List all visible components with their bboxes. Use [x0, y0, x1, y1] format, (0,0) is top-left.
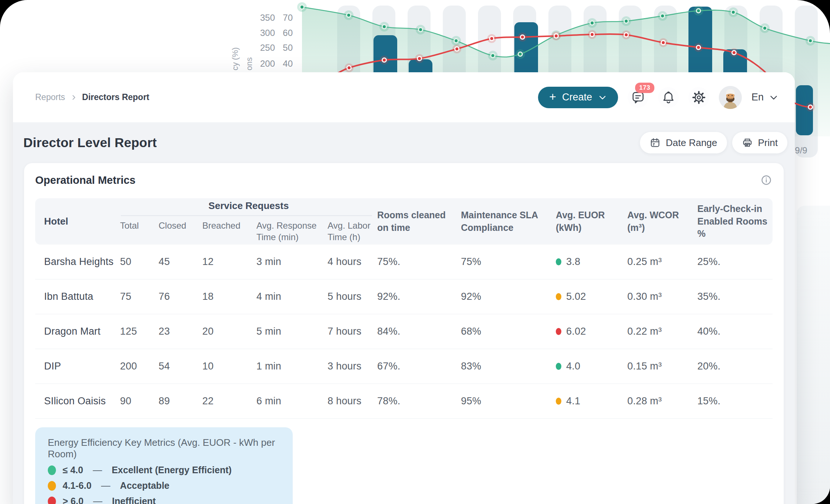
gear-icon [692, 90, 706, 105]
hotel-name: Ibn Battuta [35, 291, 120, 302]
table-row: SIlicon Oaisis 90 89 22 6 min 8 hours 78… [35, 384, 773, 419]
legend-dash: — [93, 496, 102, 504]
breached-value: 10 [202, 361, 256, 372]
title-row: Director Level Report Date Range [13, 122, 795, 163]
svg-text:40: 40 [283, 59, 293, 69]
svg-text:ons: ons [245, 57, 254, 70]
euor-value: 5.02 [566, 291, 586, 302]
response-time-value: 5 min [256, 326, 328, 337]
euor-cell: 3.8 [556, 256, 627, 268]
table-row: Ibn Battuta 75 76 18 4 min 5 hours 92%. … [35, 279, 773, 314]
notifications-button[interactable] [658, 87, 679, 108]
card-head: Operational Metrics [35, 173, 773, 187]
early-checkin-value: 20%. [697, 361, 773, 372]
language-label: En [751, 92, 764, 103]
rooms-cleaned-value: 67%. [377, 361, 461, 372]
wcor-value: 0.30 m³ [627, 291, 697, 302]
svg-text:50: 50 [283, 43, 293, 53]
legend-item: > 6.0 — Inefficient [48, 496, 280, 504]
euor-value: 4.1 [566, 395, 580, 407]
euor-value: 4.0 [566, 361, 580, 372]
hotel-name: Barsha Heights [35, 256, 120, 268]
legend-status-dot [48, 497, 56, 504]
breadcrumb-reports[interactable]: Reports [35, 92, 65, 102]
service-requests-group: Service Requests Total Closed Breached A… [120, 200, 377, 243]
early-checkin-value: 15%. [697, 395, 773, 407]
legend-dash: — [93, 465, 102, 475]
info-icon [760, 174, 772, 186]
closed-value: 54 [159, 361, 202, 372]
legend-status-dot [48, 465, 56, 475]
avatar-image [719, 86, 742, 109]
response-time-value: 4 min [256, 291, 328, 302]
svg-text:200: 200 [260, 59, 275, 69]
closed-value: 23 [159, 326, 202, 337]
sla-compliance-value: 92% [461, 291, 556, 302]
total-value: 50 [120, 256, 159, 268]
col-header-avg-wcor: Avg. WCOR (m³) [627, 209, 697, 234]
settings-button[interactable] [688, 87, 709, 108]
calendar-icon [650, 137, 661, 148]
col-header-labor-time: Avg. Labor Time (h) [328, 220, 377, 243]
euor-cell: 6.02 [556, 326, 627, 337]
printer-icon [742, 137, 753, 148]
language-selector[interactable]: En [751, 92, 778, 103]
legend-label: Acceptable [120, 480, 169, 491]
wcor-value: 0.25 m³ [627, 256, 697, 268]
closed-value: 76 [159, 291, 202, 302]
col-header-avg-euor: Avg. EUOR (kWh) [556, 209, 627, 234]
euor-cell: 4.1 [556, 395, 627, 407]
metrics-table: Hotel Service Requests Total Closed Brea… [35, 198, 773, 419]
avatar[interactable] [719, 86, 742, 109]
legend-item: ≤ 4.0 — Excellent (Energy Efficient) [48, 465, 280, 475]
col-header-response-time: Avg. Response Time (min) [256, 220, 328, 243]
notification-badge: 173 [635, 83, 654, 93]
legend-value: 4.1-6.0 [63, 480, 92, 491]
early-checkin-value: 35%. [697, 291, 773, 302]
create-button[interactable]: + Create [538, 87, 618, 108]
report-panel: Reports Directors Report + Create [13, 72, 795, 504]
euor-cell: 4.0 [556, 361, 627, 372]
wcor-value: 0.28 m³ [627, 395, 697, 407]
euor-status-dot [556, 398, 561, 405]
closed-value: 89 [159, 395, 202, 407]
svg-text:70: 70 [283, 13, 293, 23]
col-header-maintenance-sla: Maintenance SLA Compliance [461, 209, 556, 234]
plus-icon: + [549, 91, 556, 103]
euor-status-dot [556, 293, 561, 300]
col-header-hotel: Hotel [35, 215, 120, 228]
table-header: Hotel Service Requests Total Closed Brea… [35, 198, 773, 245]
screen: 35030025020070605040cy (%)ons29/9 Report… [0, 0, 830, 504]
sla-compliance-value: 95% [461, 395, 556, 407]
labor-time-value: 8 hours [328, 395, 377, 407]
svg-text:300: 300 [260, 28, 275, 38]
group-header-label: Service Requests [120, 200, 377, 212]
top-bar: Reports Directors Report + Create [13, 72, 795, 122]
svg-text:cy (%): cy (%) [230, 47, 240, 70]
svg-text:250: 250 [260, 43, 275, 53]
table-row: DIP 200 54 10 1 min 3 hours 67%. 83% 4.0 [35, 349, 773, 384]
breadcrumb: Reports Directors Report [35, 92, 149, 102]
background-panel-strip [797, 206, 830, 504]
early-checkin-value: 25%. [697, 256, 773, 268]
legend-label: Inefficient [112, 496, 156, 504]
print-button[interactable]: Print [732, 132, 787, 153]
breached-value: 22 [202, 395, 256, 407]
euor-value: 3.8 [566, 256, 580, 268]
legend-items: ≤ 4.0 — Excellent (Energy Efficient) 4.1… [48, 465, 280, 504]
top-actions: + Create 173 [538, 86, 778, 109]
wcor-value: 0.15 m³ [627, 361, 697, 372]
info-button[interactable] [760, 174, 773, 186]
euor-status-dot [556, 328, 561, 335]
response-time-value: 1 min [256, 361, 328, 372]
card-title: Operational Metrics [35, 174, 136, 186]
page-title: Director Level Report [23, 135, 157, 150]
labor-time-value: 7 hours [328, 326, 377, 337]
messages-button[interactable]: 173 [628, 87, 648, 108]
chevron-right-icon [70, 94, 77, 101]
table-row: Barsha Heights 50 45 12 3 min 4 hours 75… [35, 245, 773, 279]
date-range-button[interactable]: Date Range [640, 132, 727, 153]
sla-compliance-value: 83% [461, 361, 556, 372]
col-header-rooms-cleaned: Rooms cleaned on time [377, 209, 461, 234]
labor-time-value: 3 hours [328, 361, 377, 372]
